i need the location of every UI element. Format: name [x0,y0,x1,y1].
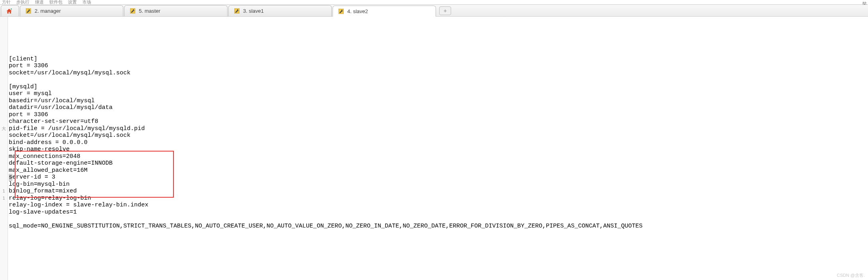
gutter-marker [0,153,8,160]
editor-line: bind-address = 0.0.0.0 [9,139,868,146]
gutter-marker [0,160,8,167]
plus-icon: + [444,8,447,14]
editor-line: character-set-server=utf8 [9,118,868,125]
editor-line: datadir=/usr/local/mysql/data [9,104,868,111]
gutter-marker [0,139,8,146]
editor-line: basedir=/usr/local/mysql [9,97,868,105]
top-menu-bar: 方针 步执行 继道 软件包 设置 市场 [0,0,868,5]
gutter-marker [0,21,8,28]
wrench-icon [234,8,240,14]
gutter-marker [0,35,8,42]
wrench-icon [25,8,31,14]
gutter-marker [0,111,8,119]
editor-line [9,76,868,84]
editor-line [9,216,868,223]
editor-line: log-slave-updates=1 [9,209,868,216]
line-gutter: 大11 [0,17,8,280]
tab-bar: 2. manager 5. master 3. slave1 4. slave2… [0,5,868,17]
tab-master[interactable]: 5. master [124,5,228,16]
tab-label: 4. slave2 [347,8,368,14]
editor-line: port = 3306 [9,62,868,70]
watermark: CSDN @含客. [837,272,865,278]
tab-label: 3. slave1 [243,8,264,14]
editor-line: port = 3306 [9,111,868,119]
editor-line [9,49,868,56]
gutter-marker [0,42,8,49]
gutter-marker: 1 [0,188,8,195]
editor-line: relay-log=relay-log-bin [9,195,868,202]
gutter-marker [0,90,8,97]
gutter-marker [0,84,8,91]
editor-line: max_allowed_packet=16M [9,167,868,174]
gutter-marker [0,167,8,174]
gutter-marker [0,118,8,125]
content-area: 大11 [client]port = 3306socket=/usr/local… [0,17,868,280]
editor-line: socket=/usr/local/mysql/mysql.sock [9,70,868,77]
home-icon [6,8,12,14]
gutter-marker [0,181,8,188]
wrench-icon [338,8,344,14]
gutter-marker [0,62,8,70]
tab-manager[interactable]: 2. manager [20,5,123,16]
editor-line: log-bin=mysql-bin [9,181,868,188]
gutter-marker: 大 [0,125,8,132]
tab-label: 2. manager [35,8,61,14]
editor-line: user = mysql [9,90,868,97]
editor-line: pid-file = /usr/local/mysql/mysqld.pid [9,125,868,132]
editor-line: socket=/usr/local/mysql/mysql.sock [9,132,868,139]
gutter-marker [0,28,8,35]
gutter-marker [0,97,8,105]
tab-label: 5. master [139,8,160,14]
gutter-marker [0,174,8,181]
editor-line: [client] [9,56,868,63]
gutter-marker [0,76,8,84]
editor-line: default-storage-engine=INNODB [9,160,868,167]
editor-line [9,42,868,49]
editor-line: sql_mode=NO_ENGINE_SUBSTITUTION,STRICT_T… [9,223,868,230]
tab-slave1[interactable]: 3. slave1 [228,5,332,16]
gutter-marker [0,56,8,63]
gutter-marker: 1 [0,195,8,202]
gutter-marker [0,146,8,153]
editor-line: server-id = 3 [9,174,868,181]
cursor: s [9,174,12,181]
code-editor[interactable]: [client]port = 3306socket=/usr/local/mys… [8,17,868,280]
gutter-marker [0,132,8,139]
editor-line: max_connections=2048 [9,153,868,160]
tab-home[interactable] [1,5,19,16]
gutter-marker [0,70,8,77]
editor-line: relay-log-index = slave-relay-bin.index [9,202,868,209]
gutter-marker [0,104,8,111]
editor-line: [mysqld] [9,84,868,91]
gutter-marker [0,49,8,56]
tab-slave2[interactable]: 4. slave2 [333,6,436,17]
editor-line: binlog_format=mixed [9,188,868,195]
editor-line: skip-name-resolve [9,146,868,153]
wrench-icon [129,8,136,14]
new-tab-button[interactable]: + [439,6,451,15]
